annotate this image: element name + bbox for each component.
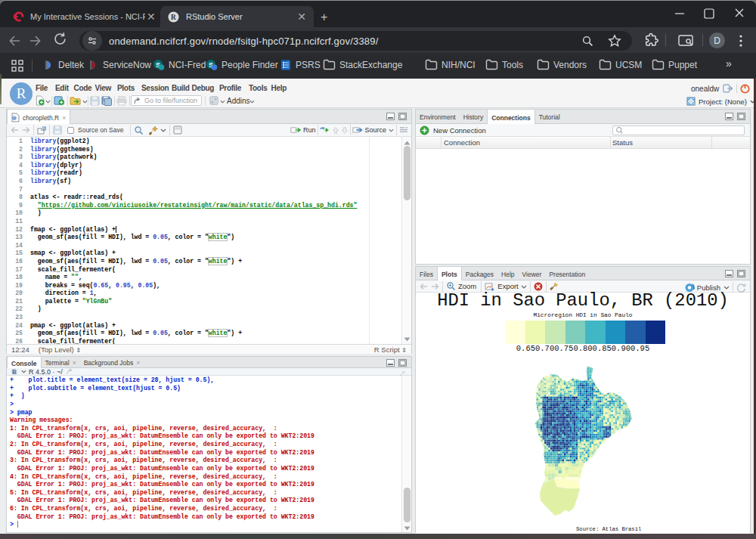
- svg-text:R: R: [13, 116, 16, 120]
- svg-text:R: R: [12, 369, 17, 376]
- svg-text:R: R: [171, 13, 176, 20]
